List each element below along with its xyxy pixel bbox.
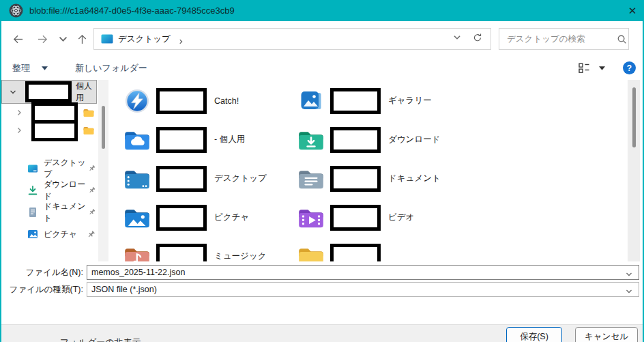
tree-expander-icon[interactable] [15,126,23,134]
file-item[interactable]: ギャラリー [298,81,472,120]
filetype-label: ファイルの種類(T): [1,284,83,296]
redacted-box [330,205,381,231]
sidebar-item-label: デスクトップ [44,157,88,180]
filename-label: ファイル名(N): [1,267,83,279]
file-item[interactable]: ミュージック [124,237,298,261]
view-options-icon[interactable] [579,63,592,74]
file-item[interactable]: デスクトップ [124,159,298,198]
sidebar-item-label: ダウンロード [44,179,88,202]
folder-plain-icon [298,244,324,262]
sidebar-item-label: ピクチャ [44,229,77,240]
back-icon[interactable] [8,29,27,48]
folder-music-icon [124,244,150,262]
navigation-bar: デスクトップ [1,27,643,51]
tree-expander-icon[interactable] [9,88,17,96]
help-button[interactable]: ? [623,61,636,74]
save-button[interactable]: 保存(S) [506,327,562,342]
redacted-box [156,205,207,231]
file-item-label: ギャラリー [388,95,432,106]
search-icon[interactable] [617,34,627,44]
sidebar-pinned-item[interactable]: デスクトップ [1,158,108,180]
filename-row: ファイル名(N): [1,265,643,280]
desktop-small-icon [27,163,38,174]
chevron-down-icon[interactable] [625,286,633,294]
file-item[interactable]: Catch! [124,81,298,120]
sidebar-tree: 個人用 ドキュメント 画像 [1,80,108,139]
chevron-down-icon[interactable] [625,269,633,277]
breadcrumb-location[interactable]: デスクトップ [118,33,171,45]
command-bar: 整理 新しいフォルダー ? [1,57,643,79]
folder-small-icon [83,125,94,136]
view-options-caret-icon[interactable] [599,66,605,70]
sidebar-pinned-item[interactable]: ピクチャ [1,223,108,245]
chevron-right-icon[interactable] [177,35,184,42]
file-item[interactable]: ダウンロード [298,120,472,159]
file-item-label: ビデオ [388,212,414,223]
content-area: 個人用 ドキュメント 画像 デスク [1,80,643,261]
redacted-box [330,88,381,114]
sidebar-pinned-item[interactable]: ダウンロード [1,180,108,201]
filename-combobox[interactable] [87,265,639,280]
filename-input[interactable] [91,268,639,277]
window-title: blob:file:///c1a64847-d0e5-4f3e-aaac-794… [29,5,235,16]
filetype-select[interactable]: JSON file (*.json) [87,282,639,297]
file-item-label: ミュージック [214,251,266,261]
folder-onedrive-icon [124,127,150,153]
redacted-box [156,88,207,114]
gallery-icon [298,88,324,114]
cancel-button[interactable]: キャンセル [575,327,638,342]
close-icon[interactable]: ✕ [621,0,644,21]
address-bar[interactable]: デスクトップ [93,28,491,50]
search-box[interactable] [499,28,629,50]
dialog-footer: フォルダーの非表示 保存(S) キャンセル [1,324,643,342]
file-item[interactable]: - 個人用 [124,120,298,159]
file-item[interactable]: ドキュメント [298,159,472,198]
sidebar-item-label: ドキュメント [44,201,88,224]
redacted-box [156,244,207,262]
sidebar-pinned-item[interactable]: ドキュメント [1,201,108,223]
file-item-label: - 個人用 [214,134,245,145]
picture-small-icon [27,229,38,240]
redacted-box [156,127,207,153]
refresh-icon[interactable] [473,33,482,45]
app-catch-icon [124,88,150,114]
file-list-scrollbar[interactable] [628,80,640,261]
sidebar-tree-item[interactable]: 個人用 [1,80,97,104]
redacted-box [330,166,381,192]
file-item[interactable]: ビデオ [298,198,472,237]
file-item[interactable] [298,237,472,261]
sidebar-tree-item[interactable]: 画像 [1,122,108,139]
file-item-label: ピクチャ [214,212,249,223]
folder-small-icon [83,107,94,118]
file-item-label: Catch! [214,96,239,106]
search-input[interactable] [507,34,617,44]
address-dropdown-chevron-icon[interactable] [452,33,462,45]
sidebar-item-label: 個人用 [76,81,96,104]
pin-icon [87,230,96,239]
sidebar-scrollbar[interactable] [98,80,108,261]
file-item[interactable]: ピクチャ [124,198,298,237]
tree-expander-icon[interactable] [15,109,23,117]
hide-folders-button[interactable]: フォルダーの非表示 [60,337,141,342]
file-list-scrollbar-thumb[interactable] [632,87,636,147]
pin-icon [88,186,96,195]
sidebar-pinned: デスクトップ ダウンロード ドキュメント [1,158,108,245]
titlebar: blob:file:///c1a64847-d0e5-4f3e-aaac-794… [0,0,644,21]
sidebar: 個人用 ドキュメント 画像 デスク [1,80,108,261]
sidebar-tree-item[interactable]: ドキュメント [1,104,108,122]
new-folder-button[interactable]: 新しいフォルダー [70,59,153,77]
forward-icon[interactable] [33,29,52,48]
file-item-label: ダウンロード [388,134,440,145]
organize-button[interactable]: 整理 [7,59,53,77]
sidebar-scrollbar-thumb[interactable] [102,106,105,149]
download-small-icon [27,185,38,196]
save-dialog: デスクトップ 整理 新しいフォルダー [1,21,643,342]
folder-pictures-icon [124,205,150,231]
up-icon[interactable] [72,29,91,48]
file-item-label: ドキュメント [388,173,441,184]
folder-desktop-icon [124,166,150,192]
file-list: Catch! ギャラリー - 個人用 ダウンロード [111,80,628,261]
recent-locations-chevron-icon[interactable] [56,29,70,48]
document-small-icon [27,207,38,218]
redacted-box [25,81,72,102]
